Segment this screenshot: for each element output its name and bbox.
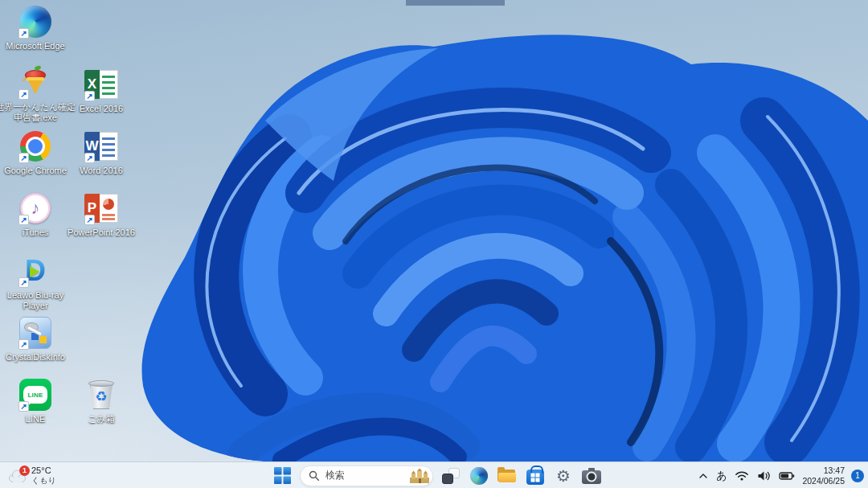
desktop-icon-word-2016[interactable]: W ↗ Word 2016: [66, 129, 137, 176]
edge-icon: [470, 467, 488, 485]
shortcut-arrow-icon: ↗: [84, 153, 95, 163]
task-view-icon: [442, 468, 460, 484]
tray-time: 13:47: [824, 465, 845, 475]
desktop-icon-google-chrome[interactable]: ↗ Google Chrome: [0, 129, 71, 176]
desktop-icon-label: Leawo Blu-ray Player: [0, 290, 71, 311]
notification-count-badge[interactable]: 1: [851, 470, 864, 482]
weather-condition: くもり: [31, 476, 56, 486]
shortcut-arrow-icon: ↗: [18, 277, 29, 288]
speaker-icon: [757, 470, 771, 482]
hidden-icons-button[interactable]: [698, 465, 709, 486]
taskbar-edge-button[interactable]: [469, 465, 489, 486]
desktop-icon-label: CrystalDiskInfo: [0, 352, 71, 363]
ime-mode-indicator[interactable]: あ: [715, 465, 727, 486]
file-explorer-icon: [497, 468, 517, 483]
desktop-icon-crystaldiskinfo[interactable]: ↗ CrystalDiskInfo: [0, 316, 71, 363]
desktop-icon-label: PowerPoint 2016: [66, 228, 137, 238]
microsoft-store-icon: [526, 470, 544, 485]
desktop-icon-itunes[interactable]: ♪ ↗ iTunes: [0, 191, 71, 238]
wifi-icon: [735, 470, 749, 481]
file-explorer-button[interactable]: [497, 465, 518, 486]
gear-icon: ⚙: [556, 468, 571, 484]
search-icon: [309, 470, 320, 482]
shortcut-arrow-icon: ↗: [84, 91, 95, 101]
shortcut-arrow-icon: ↗: [18, 339, 29, 350]
weather-temperature: 25°C: [31, 465, 56, 476]
desktop-icon-label: iTunes: [0, 228, 71, 238]
search-placeholder: 検索: [326, 469, 403, 482]
tray-date: 2024/06/25: [802, 476, 845, 486]
battery-button[interactable]: [778, 465, 796, 486]
taskbar: 1 25°C くもり: [0, 461, 868, 488]
desktop-icon-label: Excel 2016: [66, 104, 137, 114]
shortcut-arrow-icon: ↗: [18, 153, 29, 163]
camera-button[interactable]: [581, 465, 602, 486]
battery-icon: [779, 471, 795, 481]
shortcut-arrow-icon: ↗: [18, 215, 29, 225]
taskbar-center: 検索 ⚙: [272, 462, 602, 488]
weather-widget[interactable]: 1 25°C くもり: [6, 462, 56, 488]
volume-button[interactable]: [756, 465, 772, 486]
search-box[interactable]: 検索: [300, 465, 433, 486]
shortcut-arrow-icon: ↗: [18, 89, 29, 100]
chevron-up-icon: [698, 473, 708, 479]
start-button[interactable]: [272, 465, 293, 486]
desktop-icon-label: Google Chrome: [0, 166, 71, 176]
desktop-icon-label: ごみ箱: [66, 414, 137, 424]
shortcut-arrow-icon: ↗: [84, 215, 95, 225]
windows-logo-icon: [274, 467, 291, 484]
desktop-icon-excel-2016[interactable]: X ↗ Excel 2016: [66, 68, 137, 114]
desktop-icon-label: Microsoft Edge: [0, 41, 71, 51]
weather-badge: 1: [19, 465, 30, 476]
bing-daily-image-castle-icon[interactable]: [409, 468, 430, 484]
desktop-icon-leawo-blu-ray-player[interactable]: D ↗ Leawo Blu-ray Player: [0, 254, 71, 311]
shortcut-arrow-icon: ↗: [18, 401, 29, 412]
microsoft-store-button[interactable]: [525, 465, 546, 486]
task-view-button[interactable]: [440, 465, 461, 486]
desktop-icon-line[interactable]: LINE ↗ LINE: [0, 378, 71, 424]
network-button[interactable]: [734, 465, 750, 486]
desktop-icon-label: Word 2016: [66, 166, 137, 176]
desktop-icon-powerpoint-2016[interactable]: P ↗ PowerPoint 2016: [66, 191, 137, 238]
camera-icon: [582, 470, 601, 484]
settings-button[interactable]: ⚙: [553, 465, 574, 486]
shortcut-arrow-icon: ↗: [18, 28, 29, 39]
recycle-bin-icon: ♻: [87, 379, 116, 411]
desktop-icon-microsoft-edge[interactable]: ↗ Microsoft Edge: [0, 5, 71, 51]
desktop-icon-recycle-bin[interactable]: ♻ ごみ箱: [66, 378, 137, 424]
clock[interactable]: 13:47 2024/06/25: [802, 465, 845, 486]
desktop-icon-label: LINE: [0, 414, 71, 424]
system-tray: あ 13:47 2024/06/25: [698, 462, 864, 488]
